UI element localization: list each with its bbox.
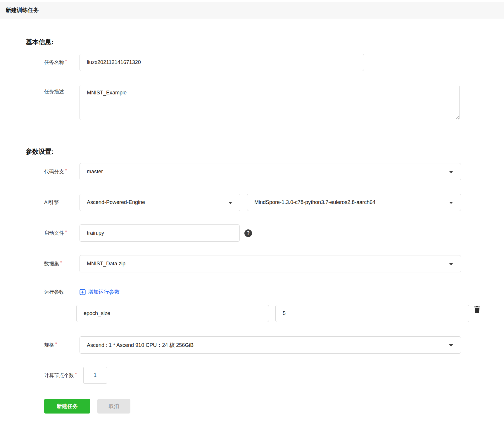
ai-engine-select[interactable]: Ascend-Powered-Engine: [80, 194, 240, 211]
node-count-row: 计算节点个数: [0, 367, 504, 384]
ai-engine-value: Ascend-Powered-Engine: [87, 199, 145, 205]
help-icon[interactable]: ?: [244, 229, 252, 237]
add-plus-icon: [80, 289, 86, 295]
task-desc-textarea[interactable]: MNIST_Example: [80, 85, 460, 120]
chevron-down-icon: [449, 344, 453, 347]
run-params-row: 运行参数 增加运行参数: [0, 288, 504, 296]
new-task-form: 基本信息: 任务名称 任务描述 MNIST_Example 参数设置: 代码分支…: [0, 38, 504, 414]
dataset-row: 数据集 MNIST_Data.zip: [0, 255, 504, 272]
form-actions: 新建任务 取消: [0, 399, 504, 414]
basic-info-heading: 基本信息:: [26, 38, 504, 46]
boot-file-input[interactable]: [80, 224, 240, 242]
task-name-label: 任务名称: [44, 59, 80, 66]
run-param-entry: [0, 305, 504, 322]
code-branch-row: 代码分支 master: [0, 163, 504, 180]
spec-value: Ascend : 1 * Ascend 910 CPU：24 核 256GiB: [87, 342, 194, 349]
dataset-value: MNIST_Data.zip: [87, 261, 125, 267]
chevron-down-icon: [228, 202, 232, 204]
spec-select[interactable]: Ascend : 1 * Ascend 910 CPU：24 核 256GiB: [80, 336, 461, 354]
code-branch-value: master: [87, 169, 103, 175]
boot-file-label: 启动文件: [44, 230, 80, 236]
chevron-down-icon: [449, 171, 453, 173]
ai-engine-row: AI引擎 Ascend-Powered-Engine MindSpore-1.3…: [0, 194, 504, 211]
cancel-button[interactable]: 取消: [97, 399, 130, 414]
code-branch-label: 代码分支: [44, 168, 80, 175]
window-header: 新建训练任务: [0, 2, 504, 18]
engine-version-value: MindSpore-1.3.0-c78-python3.7-euleros2.8…: [254, 199, 375, 205]
add-run-param-link[interactable]: 增加运行参数: [80, 288, 120, 295]
dataset-select[interactable]: MNIST_Data.zip: [80, 255, 461, 272]
create-task-button[interactable]: 新建任务: [44, 399, 90, 414]
node-count-input[interactable]: [83, 367, 107, 384]
task-desc-row: 任务描述 MNIST_Example: [0, 85, 504, 120]
param-name-input[interactable]: [76, 305, 269, 322]
boot-file-row: 启动文件 ?: [0, 224, 504, 242]
task-name-row: 任务名称: [0, 54, 504, 71]
run-params-label: 运行参数: [44, 289, 80, 295]
task-desc-label: 任务描述: [44, 88, 80, 95]
ai-engine-label: AI引擎: [44, 199, 80, 206]
param-value-input[interactable]: [275, 305, 469, 322]
param-settings-heading: 参数设置:: [26, 148, 504, 155]
spec-label: 规格: [44, 342, 80, 348]
add-run-param-label: 增加运行参数: [88, 288, 120, 295]
delete-param-button[interactable]: [473, 305, 481, 314]
task-name-input[interactable]: [80, 54, 364, 71]
task-desc-wrap: MNIST_Example: [80, 85, 460, 120]
code-branch-select[interactable]: master: [80, 163, 461, 180]
section-divider: [4, 133, 500, 133]
trash-icon: [473, 305, 481, 314]
engine-version-select[interactable]: MindSpore-1.3.0-c78-python3.7-euleros2.8…: [247, 194, 461, 211]
chevron-down-icon: [449, 263, 453, 265]
dataset-label: 数据集: [44, 260, 80, 267]
page-title: 新建训练任务: [6, 6, 39, 14]
chevron-down-icon: [449, 202, 453, 204]
node-count-label: 计算节点个数: [44, 372, 77, 379]
spec-row: 规格 Ascend : 1 * Ascend 910 CPU：24 核 256G…: [0, 336, 504, 354]
